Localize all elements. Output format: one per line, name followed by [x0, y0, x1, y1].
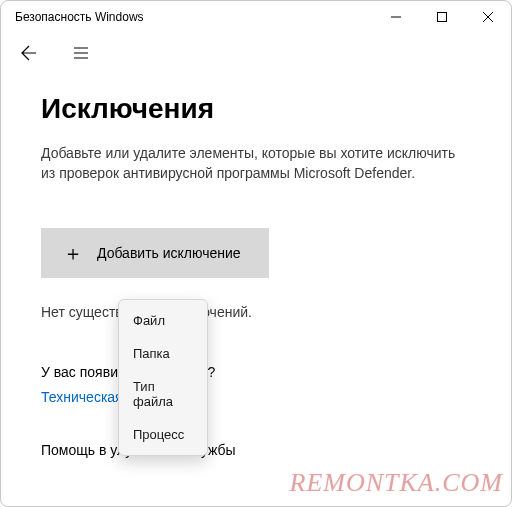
add-exclusion-button[interactable]: ＋ Добавить исключение	[41, 228, 269, 278]
page-description: Добавьте или удалите элементы, которые в…	[41, 143, 471, 184]
window-title: Безопасность Windows	[15, 10, 144, 24]
support-question: У вас появились вопросы?	[41, 364, 471, 380]
window-frame: Безопасность Windows	[0, 0, 512, 507]
support-section: У вас появились вопросы? Техническая под…	[41, 364, 471, 406]
svg-rect-1	[438, 13, 447, 22]
close-icon	[483, 12, 493, 22]
menu-item-folder[interactable]: Папка	[119, 337, 207, 370]
exclusions-status: Нет существующих исключений.	[41, 304, 471, 320]
exclusion-type-menu: Файл Папка Тип файла Процесс	[118, 299, 208, 456]
close-button[interactable]	[465, 1, 511, 33]
back-button[interactable]	[11, 35, 47, 71]
content-area: Исключения Добавьте или удалите элементы…	[1, 73, 511, 458]
page-heading: Исключения	[41, 93, 471, 125]
menu-item-filetype[interactable]: Тип файла	[119, 370, 207, 418]
nav-row	[1, 33, 511, 73]
feedback-title: Помощь в улучшении службы	[41, 442, 471, 458]
maximize-button[interactable]	[419, 1, 465, 33]
hamburger-icon	[73, 45, 89, 61]
minimize-button[interactable]	[373, 1, 419, 33]
minimize-icon	[391, 12, 401, 22]
hamburger-button[interactable]	[63, 35, 99, 71]
maximize-icon	[437, 12, 447, 22]
window-controls	[373, 1, 511, 33]
add-exclusion-label: Добавить исключение	[97, 245, 241, 261]
watermark: REMONTKA.COM	[290, 468, 504, 498]
menu-item-file[interactable]: Файл	[119, 304, 207, 337]
titlebar: Безопасность Windows	[1, 1, 511, 33]
feedback-section: Помощь в улучшении службы	[41, 442, 471, 458]
menu-item-process[interactable]: Процесс	[119, 418, 207, 451]
plus-icon: ＋	[63, 243, 83, 263]
back-arrow-icon	[21, 45, 37, 61]
